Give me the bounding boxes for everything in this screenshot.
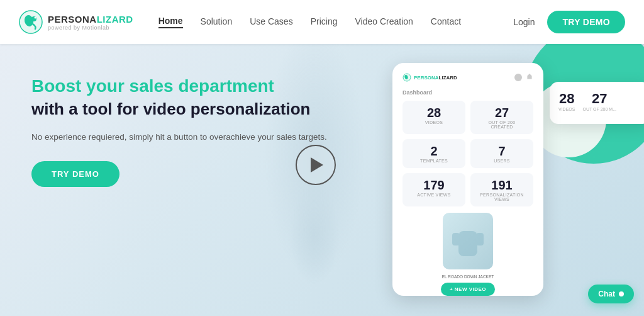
stat-videos: 28 VIDEOS [402,101,465,134]
play-icon [311,157,323,172]
hero-section: Boost your sales department with a tool … [0,44,644,316]
logo-text: PERSONALIZARD powered by Motionlab [48,14,133,31]
chat-dot-icon [619,291,624,296]
nav-use-cases[interactable]: Use Cases [250,16,292,28]
stat-created: 27 OUT OF 200 CREATED [470,101,533,134]
svg-point-3 [35,17,36,19]
card2-stat1: 28 VIDEOS [558,91,575,111]
logo-icon [19,10,43,34]
logo-area: PERSONALIZARD powered by Motionlab [19,10,133,34]
dash-header: PERSONALIZARD [402,73,533,82]
card2-stat-row: 28 VIDEOS 27 OUT OF 200 M... [558,91,641,111]
hero-subtitle: No experience requiered, simply hit a bu… [31,130,327,144]
try-demo-nav-button[interactable]: TRY DEMO [547,11,625,33]
svg-rect-6 [458,231,477,256]
new-video-button[interactable]: + NEW VIDEO [441,283,495,296]
stat-templates: 2 TEMPLATES [402,139,465,168]
nav-contact[interactable]: Contact [431,16,461,28]
hero-title-green: Boost your sales department [31,76,327,97]
svg-rect-7 [452,233,460,245]
gear-icon [514,74,522,81]
svg-rect-8 [476,233,484,245]
nav-pricing[interactable]: Pricing [311,16,338,28]
product-image [443,213,493,269]
play-button[interactable] [296,145,336,185]
nav-solution[interactable]: Solution [201,16,233,28]
logo-brand: PERSONALIZARD [48,14,133,25]
dash-logo: PERSONALIZARD [402,73,457,82]
nav-video-creation[interactable]: Video Creation [355,16,413,28]
logo-powered: powered by Motionlab [48,25,133,31]
card2-stat2: 27 OUT OF 200 M... [582,91,616,111]
chat-button[interactable]: Chat [588,285,634,303]
stat-users: 7 USERS [470,139,533,168]
nav-right: Login TRY DEMO [513,11,625,33]
login-link[interactable]: Login [513,17,535,27]
navbar: PERSONALIZARD powered by Motionlab Home … [0,0,644,44]
dash-label: Dashboard [402,89,533,96]
bell-icon [526,74,533,81]
chat-label: Chat [598,290,615,298]
stat-personalization: 191 PERSONALIZATION VIEWS [470,173,533,206]
hero-title-black: with a tool for video personalization [31,99,327,119]
dash-stats-grid: 28 VIDEOS 27 OUT OF 200 CREATED 2 TEMPLA… [402,101,533,206]
stat-active-views: 179 ACTIVE VIEWS [402,173,465,206]
dashboard-mock: PERSONALIZARD Dashboard 28 VIDEOS 27 OUT… [392,63,543,296]
hero-cta-button[interactable]: TRY DEMO [31,161,119,187]
nav-links: Home Solution Use Cases Pricing Video Cr… [158,16,514,28]
mock-card-2: 28 VIDEOS 27 OUT OF 200 M... [550,82,644,124]
product-label: EL ROADO DOWN JACKET [402,274,533,279]
hero-content: Boost your sales department with a tool … [31,76,327,187]
nav-home[interactable]: Home [158,16,183,28]
